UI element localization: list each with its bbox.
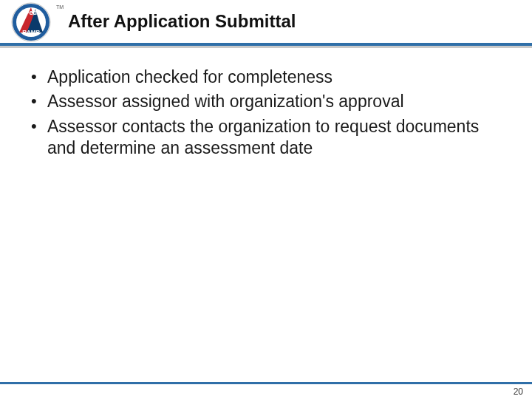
trademark-symbol: TM [56,4,64,10]
page-number: 20 [514,386,523,397]
list-item: Assessor contacts the organization to re… [28,116,502,160]
header-divider-shadow [0,46,532,48]
footer-divider [0,382,532,384]
svg-text:RAMP: RAMP [22,29,40,35]
list-item: Application checked for completeness [28,66,502,88]
slide: Fed RAMP TM After Application Submittal … [0,0,532,399]
bullet-list: Application checked for completeness Ass… [28,66,502,160]
svg-text:Fed: Fed [25,9,37,16]
list-item: Assessor assigned with organization's ap… [28,91,502,112]
content-area: Application checked for completeness Ass… [28,66,502,163]
fedramp-logo: Fed RAMP [6,1,59,44]
page-title: After Application Submittal [68,11,296,32]
header: Fed RAMP TM After Application Submittal [0,0,532,43]
